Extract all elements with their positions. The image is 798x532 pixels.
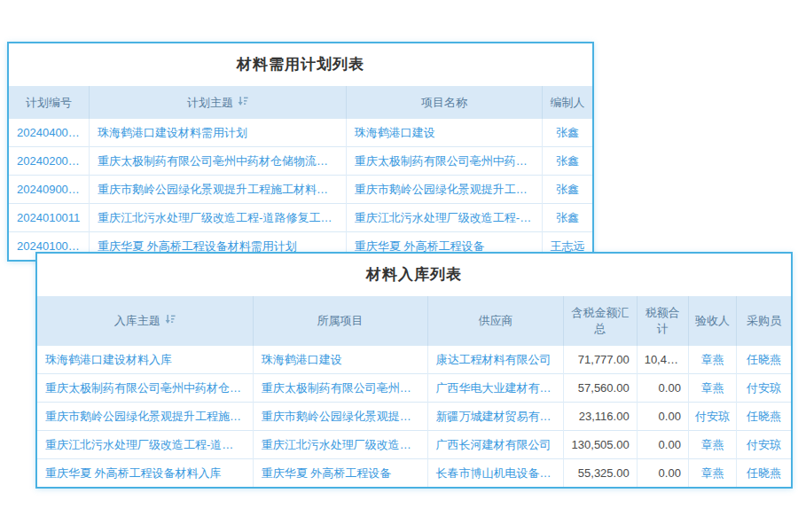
cell-tax-total: 0.00: [637, 373, 688, 402]
cell-purchaser[interactable]: 付安琼: [737, 430, 791, 458]
cell-tax-incl-amount-total: 130,505.00: [564, 430, 637, 458]
column-header-inspector: 验收人: [688, 296, 736, 345]
cell-purchaser[interactable]: 付安琼: [737, 373, 791, 402]
cell-plan-subject[interactable]: 重庆太极制药有限公司亳州中药材仓储物流基地项目...: [90, 147, 347, 176]
column-header-inbound-subject[interactable]: 入库主题: [37, 296, 253, 345]
column-header-plan-no: 计划编号: [9, 86, 90, 119]
table-row: 重庆市鹅岭公园绿化景观提升工程施工材料入库重庆市鹅岭公园绿化景观提升工程施工新疆…: [37, 402, 791, 430]
cell-purchaser[interactable]: 任晓燕: [737, 458, 791, 487]
cell-tax-incl-amount-total: 71,777.00: [564, 345, 637, 373]
table-row: 珠海鹤港口建设材料入库珠海鹤港口建设康达工程材料有限公司71,777.0010,…: [37, 345, 791, 373]
column-header-purchaser: 采购员: [737, 296, 791, 345]
cell-project-name[interactable]: 重庆江北污水处理厂级改造工程-道路修复工程: [346, 204, 542, 232]
cell-owning-project[interactable]: 珠海鹤港口建设: [253, 345, 427, 373]
cell-compiler[interactable]: 张鑫: [543, 147, 592, 176]
column-header-label: 计划编号: [26, 96, 72, 109]
material-plan-list-card: 材料需用计划列表 计划编号计划主题项目名称编制人 2024040003珠海鹤港口…: [7, 42, 594, 262]
cell-inspector[interactable]: 章燕: [688, 345, 736, 373]
column-header-label: 所属项目: [317, 314, 364, 327]
cell-supplier[interactable]: 长春市博山机电设备有限公司: [427, 458, 564, 487]
column-header-label: 编制人: [551, 96, 585, 109]
column-header-supplier: 供应商: [427, 296, 564, 345]
table-row: 2024010011重庆江北污水处理厂级改造工程-道路修复工程主要材料重庆江北污…: [9, 204, 592, 232]
table-row: 2024020004重庆太极制药有限公司亳州中药材仓储物流基地项目...重庆太极…: [9, 147, 592, 176]
cell-inbound-subject[interactable]: 重庆太极制药有限公司亳州中药材仓储物流基...: [37, 373, 253, 402]
cell-owning-project[interactable]: 重庆太极制药有限公司亳州中药材仓...: [253, 373, 427, 402]
table-row: 重庆江北污水处理厂级改造工程-道路修复工程...重庆江北污水处理厂级改造工程-道…: [37, 430, 791, 458]
material-inbound-table: 入库主题所属项目供应商含税金额汇总税额合计验收人采购员 珠海鹤港口建设材料入库珠…: [37, 296, 791, 487]
cell-tax-total: 10,42...: [637, 345, 688, 373]
table-row: 2024090001重庆市鹅岭公园绿化景观提升工程施工材料需用计划重庆市鹅岭公园…: [9, 176, 592, 204]
column-header-label: 税额合计: [645, 306, 680, 335]
cell-tax-total: 0.00: [637, 458, 688, 487]
cell-inbound-subject[interactable]: 重庆江北污水处理厂级改造工程-道路修复工程...: [37, 430, 253, 458]
cell-plan-subject[interactable]: 珠海鹤港口建设材料需用计划: [90, 119, 347, 147]
inbound-table-title: 材料入库列表: [37, 254, 791, 296]
column-header-tax-total: 税额合计: [637, 296, 688, 345]
table-row: 重庆太极制药有限公司亳州中药材仓储物流基...重庆太极制药有限公司亳州中药材仓.…: [37, 373, 791, 402]
cell-plan-subject[interactable]: 重庆江北污水处理厂级改造工程-道路修复工程主要材料: [90, 204, 347, 232]
cell-compiler[interactable]: 张鑫: [543, 176, 592, 204]
cell-purchaser[interactable]: 任晓燕: [737, 345, 791, 373]
material-inbound-list-card: 材料入库列表 入库主题所属项目供应商含税金额汇总税额合计验收人采购员 珠海鹤港口…: [35, 252, 793, 489]
column-header-label: 含税金额汇总: [571, 306, 629, 335]
column-header-label: 验收人: [695, 314, 730, 327]
cell-inspector[interactable]: 付安琼: [688, 402, 736, 430]
cell-tax-total: 0.00: [637, 402, 688, 430]
cell-inspector[interactable]: 章燕: [688, 458, 736, 487]
column-header-plan-subject[interactable]: 计划主题: [90, 86, 347, 119]
cell-tax-incl-amount-total: 57,560.00: [564, 373, 637, 402]
cell-inbound-subject[interactable]: 珠海鹤港口建设材料入库: [37, 345, 253, 373]
cell-plan-subject[interactable]: 重庆市鹅岭公园绿化景观提升工程施工材料需用计划: [90, 176, 347, 204]
plan-table-title: 材料需用计划列表: [9, 43, 592, 86]
column-header-project-name: 项目名称: [346, 86, 542, 119]
column-header-label: 计划主题: [187, 96, 233, 109]
cell-project-name[interactable]: 珠海鹤港口建设: [346, 119, 542, 147]
cell-project-name[interactable]: 重庆太极制药有限公司亳州中药材仓储物流...: [346, 147, 542, 176]
cell-plan-no[interactable]: 2024090001: [9, 176, 90, 204]
cell-inspector[interactable]: 章燕: [688, 373, 736, 402]
cell-tax-incl-amount-total: 55,325.00: [564, 458, 637, 487]
column-header-label: 采购员: [747, 314, 781, 327]
column-header-compiler: 编制人: [543, 86, 592, 119]
table-row: 重庆华夏 外高桥工程设备材料入库重庆华夏 外高桥工程设备长春市博山机电设备有限公…: [37, 458, 791, 487]
cell-supplier[interactable]: 康达工程材料有限公司: [427, 345, 564, 373]
cell-compiler[interactable]: 张鑫: [543, 204, 592, 232]
sort-icon[interactable]: [165, 314, 176, 325]
column-header-label: 项目名称: [421, 96, 467, 109]
table-row: 2024040003珠海鹤港口建设材料需用计划珠海鹤港口建设张鑫: [9, 119, 592, 147]
sort-icon[interactable]: [238, 96, 248, 106]
column-header-label: 供应商: [478, 314, 512, 327]
cell-inbound-subject[interactable]: 重庆华夏 外高桥工程设备材料入库: [37, 458, 253, 487]
cell-owning-project[interactable]: 重庆江北污水处理厂级改造工程-道路...: [253, 430, 427, 458]
cell-compiler[interactable]: 张鑫: [543, 119, 592, 147]
cell-plan-no[interactable]: 2024040003: [9, 119, 90, 147]
cell-plan-no[interactable]: 2024010011: [9, 204, 90, 232]
cell-purchaser[interactable]: 任晓燕: [737, 402, 791, 430]
cell-project-name[interactable]: 重庆市鹅岭公园绿化景观提升工程施工: [346, 176, 542, 204]
column-header-owning-project: 所属项目: [253, 296, 427, 345]
cell-inspector[interactable]: 章燕: [688, 430, 736, 458]
cell-supplier[interactable]: 广西华电大业建材有限公司: [427, 373, 564, 402]
cell-plan-no[interactable]: 2024020004: [9, 147, 90, 176]
cell-supplier[interactable]: 新疆万城建材贸易有限公司: [427, 402, 564, 430]
column-header-label: 入库主题: [114, 314, 160, 327]
cell-supplier[interactable]: 广西长河建材有限公司: [427, 430, 564, 458]
cell-tax-total: 0.00: [637, 430, 688, 458]
inbound-table-header-row: 入库主题所属项目供应商含税金额汇总税额合计验收人采购员: [37, 296, 791, 345]
cell-tax-incl-amount-total: 23,116.00: [564, 402, 637, 430]
material-plan-table: 计划编号计划主题项目名称编制人 2024040003珠海鹤港口建设材料需用计划珠…: [9, 86, 592, 260]
column-header-tax-incl-amount-total: 含税金额汇总: [564, 296, 637, 345]
plan-table-header-row: 计划编号计划主题项目名称编制人: [9, 86, 592, 119]
cell-owning-project[interactable]: 重庆华夏 外高桥工程设备: [253, 458, 427, 487]
cell-owning-project[interactable]: 重庆市鹅岭公园绿化景观提升工程施工: [253, 402, 427, 430]
cell-inbound-subject[interactable]: 重庆市鹅岭公园绿化景观提升工程施工材料入库: [37, 402, 253, 430]
